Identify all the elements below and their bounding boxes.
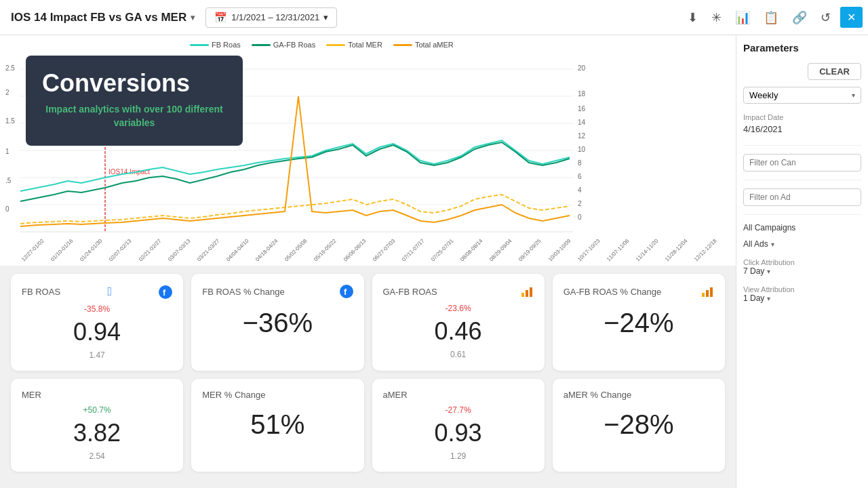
weekly-select[interactable]: Weekly ▾: [743, 87, 861, 104]
card-amer-title: aMER: [383, 390, 408, 400]
page-title: IOS 14 Impact FB vs GA vs MER: [11, 11, 186, 24]
weekly-chevron-icon: ▾: [852, 92, 855, 99]
svg-text:10: 10: [578, 146, 586, 153]
conversions-subtitle: Impact analytics with over 100 different…: [42, 103, 226, 129]
svg-rect-34: [706, 290, 709, 297]
svg-text:20: 20: [578, 64, 586, 72]
svg-rect-30: [521, 293, 524, 297]
chart-button[interactable]: 📊: [731, 7, 754, 28]
filter-ad-input[interactable]: [743, 188, 861, 206]
sidebar: Parameters CLEAR Weekly ▾ Impact Date 4/…: [736, 35, 868, 488]
total-amer-color: [393, 44, 412, 46]
facebook-logo-pct-icon: f: [340, 285, 353, 298]
click-attr-chevron-icon: ▾: [767, 268, 770, 275]
card-mer: MER +50.7% 3.82 2.54: [11, 379, 183, 472]
copy-button[interactable]: 📋: [760, 7, 783, 28]
svg-text:f: f: [163, 287, 166, 298]
card-amer-header: aMER: [383, 390, 534, 400]
svg-text:1.5: 1.5: [5, 117, 15, 125]
card-fb-roas-pct-header: FB ROAS % Change f: [202, 285, 353, 298]
click-attribution-label: Click Attribution: [743, 258, 861, 266]
card-fb-roas-pct: FB ROAS % Change f −36%: [191, 274, 363, 371]
svg-text:18: 18: [578, 90, 586, 98]
sidebar-divider-3: [743, 214, 861, 215]
fb-roas-color: [190, 44, 209, 46]
click-attribution-dropdown[interactable]: 7 Day ▾: [743, 266, 861, 276]
svg-text:0: 0: [578, 214, 582, 221]
legend-fb: FB Roas: [190, 41, 241, 49]
card-fb-roas-value: 0.94: [73, 318, 121, 346]
card-ga-fb-roas-header: GA-FB ROAS: [383, 285, 534, 298]
sidebar-title: Parameters: [743, 42, 799, 56]
click-attribution-section: Click Attribution 7 Day ▾: [743, 256, 861, 276]
ga-chart-icon: [520, 285, 534, 298]
conversions-title: Conversions: [42, 69, 226, 98]
card-ga-fb-roas-pct-value: −24%: [604, 308, 673, 338]
card-fb-roas-header: FB ROAS  f: [22, 285, 172, 299]
card-ga-fb-roas-change: -23.6%: [446, 304, 471, 313]
header: IOS 14 Impact FB vs GA vs MER ▾ 📅 1/1/20…: [0, 0, 868, 35]
svg-rect-35: [710, 287, 713, 297]
card-ga-fb-roas-title: GA-FB ROAS: [383, 287, 437, 297]
card-ga-fb-roas-baseline: 0.61: [450, 350, 466, 359]
card-mer-value: 3.82: [73, 419, 121, 447]
svg-text:.5: .5: [5, 177, 12, 184]
svg-text:16: 16: [578, 105, 586, 113]
date-range-button[interactable]: 📅 1/1/2021 – 12/31/2021 ▾: [205, 7, 337, 28]
card-mer-pct-title: MER % Change: [202, 390, 265, 400]
impact-date-value: 4/16/2021: [743, 121, 861, 137]
card-ga-fb-roas-pct: GA-FB ROAS % Change −24%: [553, 274, 725, 371]
card-fb-roas: FB ROAS  f -35.8% 0.94 1.47: [11, 274, 183, 371]
svg-text:2: 2: [5, 89, 9, 96]
sidebar-divider-1: [743, 145, 861, 146]
card-mer-pct-header: MER % Change: [202, 390, 353, 400]
svg-text:14: 14: [578, 119, 586, 126]
card-fb-roas-title: FB ROAS: [22, 287, 60, 297]
card-amer-pct-value: −28%: [604, 409, 673, 440]
all-ads-chevron-icon: ▾: [771, 241, 774, 248]
title-button[interactable]: IOS 14 Impact FB vs GA vs MER ▾: [5, 8, 200, 27]
chart-container: FB Roas GA-FB Roas Total MER Total aMER …: [0, 35, 736, 266]
date-range-value: 1/1/2021 – 12/31/2021: [231, 12, 319, 22]
calendar-icon: 📅: [214, 12, 227, 24]
card-amer-value: 0.93: [435, 419, 482, 447]
sidebar-divider-2: [743, 180, 861, 180]
card-ga-fb-roas-pct-header: GA-FB ROAS % Change: [564, 285, 714, 298]
card-amer-pct-header: aMER % Change: [564, 390, 714, 400]
svg-text:6: 6: [578, 173, 582, 180]
impact-date-label: Impact Date: [743, 113, 861, 121]
asterisk-button[interactable]: ✳: [707, 7, 726, 28]
legend-mer: Total MER: [326, 41, 382, 49]
ga-chart-pct-icon: [701, 285, 714, 298]
facebook-logo-icon: f: [159, 285, 172, 299]
conversions-overlay: Conversions Impact analytics with over 1…: [26, 56, 243, 146]
legend-amer: Total aMER: [393, 41, 454, 49]
card-amer-baseline: 1.29: [450, 451, 466, 461]
card-ga-fb-roas-value: 0.46: [435, 317, 482, 346]
card-mer-pct-value: 51%: [250, 409, 304, 440]
download-button[interactable]: ⬇: [684, 7, 702, 28]
x-axis-labels: 12/27-01/02 01/10-01/16 01/24-01/30 02/0…: [20, 253, 722, 264]
view-attribution-label: View Attribution: [743, 285, 861, 293]
all-ads-dropdown[interactable]: All Ads ▾: [743, 239, 861, 249]
total-mer-color: [326, 44, 345, 46]
card-fb-roas-baseline: 1.47: [89, 350, 104, 360]
view-attribution-dropdown[interactable]: 1 Day ▾: [743, 293, 861, 303]
link-button[interactable]: 🔗: [788, 7, 811, 28]
view-attribution-section: View Attribution 1 Day ▾: [743, 283, 861, 303]
legend-mer-label: Total MER: [348, 41, 382, 49]
card-fb-roas-pct-title: FB ROAS % Change: [202, 287, 284, 297]
impact-date-section: Impact Date 4/16/2021: [743, 110, 861, 137]
facebook-icon: : [107, 285, 112, 299]
view-attr-chevron-icon: ▾: [767, 295, 770, 302]
chart-legend: FB Roas GA-FB Roas Total MER Total aMER: [0, 35, 736, 52]
refresh-button[interactable]: ↺: [816, 7, 835, 28]
click-attribution-value: 7 Day: [743, 266, 764, 276]
filter-campaign-input[interactable]: [743, 154, 861, 171]
svg-rect-32: [530, 287, 532, 297]
svg-text:8: 8: [578, 159, 582, 167]
legend-fb-label: FB Roas: [212, 41, 241, 49]
clear-button[interactable]: CLEAR: [808, 63, 861, 80]
close-button[interactable]: ✕: [840, 7, 863, 28]
svg-text:IOS14 Impact: IOS14 Impact: [108, 168, 150, 176]
